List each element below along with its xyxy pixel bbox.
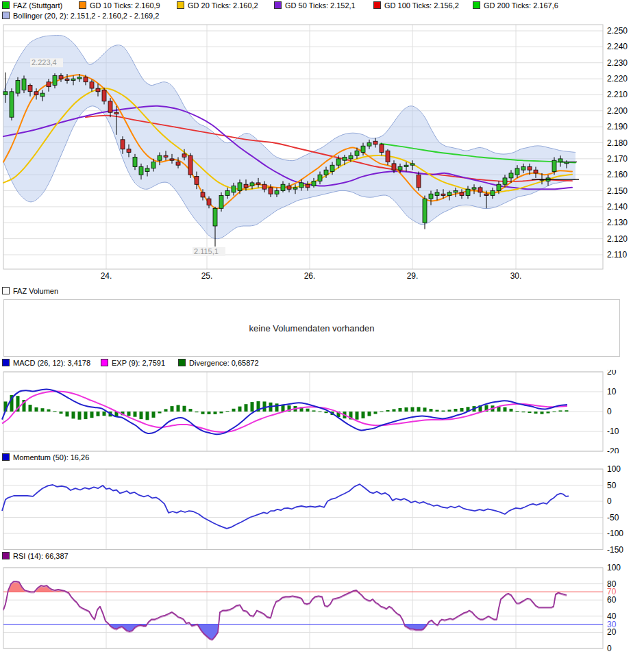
legend-label: FAZ (Stuttgart) <box>13 1 62 10</box>
legend-item-faz: FAZ (Stuttgart) <box>2 1 62 10</box>
legend-item-rsi: RSI (14): 66,387 <box>2 552 69 561</box>
svg-text:2.110: 2.110 <box>607 250 627 260</box>
legend-label: EXP (9): 2,7591 <box>112 359 165 367</box>
legend-item-gd10: GD 10 Ticks: 2.160,9 <box>79 1 160 10</box>
svg-text:-10: -10 <box>607 427 619 436</box>
volume-color-swatch <box>2 287 10 294</box>
rsi-color-swatch <box>2 552 10 559</box>
legend-item-divergence: Divergence: 0,65872 <box>178 359 259 368</box>
svg-text:-20: -20 <box>607 446 619 453</box>
faz-color-swatch <box>2 1 10 9</box>
macd-color-swatch <box>2 359 10 366</box>
svg-text:20: 20 <box>607 627 617 637</box>
bollinger-color-swatch <box>2 12 10 19</box>
legend-label: GD 10 Ticks: 2.160,9 <box>90 1 160 10</box>
gd10-color-swatch <box>79 1 86 9</box>
svg-text:-100: -100 <box>607 529 623 538</box>
svg-text:2.200: 2.200 <box>607 106 628 116</box>
legend-item-volume: FAZ Volumen <box>2 287 58 296</box>
legend-item-exp: EXP (9): 2,7591 <box>101 359 165 368</box>
svg-text:2.180: 2.180 <box>607 138 628 148</box>
legend-label: GD 20 Ticks: 2.160,2 <box>188 1 258 10</box>
gd50-color-swatch <box>274 1 282 9</box>
legend-item-gd100: GD 100 Ticks: 2.156,2 <box>373 1 459 10</box>
svg-text:20: 20 <box>607 370 617 377</box>
legend-label: MACD (26, 12): 3,4178 <box>13 359 90 367</box>
legend-label: GD 50 Ticks: 2.152,1 <box>285 1 356 10</box>
svg-text:-150: -150 <box>607 545 623 554</box>
svg-text:10: 10 <box>607 387 617 396</box>
legend-item-macd: MACD (26, 12): 3,4178 <box>2 359 90 368</box>
svg-text:2.220: 2.220 <box>607 74 628 84</box>
svg-text:2.250: 2.250 <box>607 26 628 36</box>
svg-text:2.223,4: 2.223,4 <box>32 58 57 66</box>
legend-item-gd200: GD 200 Ticks: 2.167,6 <box>473 1 558 10</box>
svg-text:24.: 24. <box>101 271 112 281</box>
svg-text:2.230: 2.230 <box>607 58 628 68</box>
svg-text:2.160: 2.160 <box>607 170 628 179</box>
legend-label: GD 100 Ticks: 2.156,2 <box>384 1 459 10</box>
legend-item-bollinger: Bollinger (20, 2): 2.151,2 - 2.160,2 - 2… <box>2 12 159 21</box>
svg-text:2.240: 2.240 <box>607 42 628 51</box>
svg-text:2.210: 2.210 <box>607 90 628 99</box>
svg-text:2.150: 2.150 <box>607 186 628 196</box>
svg-text:2.140: 2.140 <box>607 202 628 212</box>
price-chart: 2.2502.2402.2302.2202.2102.2002.1902.180… <box>0 23 644 286</box>
legend-label: Momentum (50): 16,26 <box>13 453 89 462</box>
svg-text:29.: 29. <box>407 271 419 281</box>
svg-text:2.190: 2.190 <box>607 122 628 131</box>
legend-item-momentum: Momentum (50): 16,26 <box>2 453 89 462</box>
svg-text:2.115,1: 2.115,1 <box>194 247 219 255</box>
svg-text:30.: 30. <box>510 271 522 281</box>
legend-item-gd50: GD 50 Ticks: 2.152,1 <box>274 1 356 10</box>
legend-item-gd20: GD 20 Ticks: 2.160,2 <box>177 1 258 10</box>
svg-text:0: 0 <box>607 644 612 653</box>
svg-text:25.: 25. <box>201 271 213 281</box>
svg-text:0: 0 <box>607 407 612 416</box>
legend-label: RSI (14): 66,387 <box>13 552 69 560</box>
exp-color-swatch <box>101 359 108 366</box>
volume-panel: keine Volumendaten vorhanden <box>3 299 620 357</box>
svg-text:26.: 26. <box>304 271 316 281</box>
macd-chart: 20100-10-20 <box>0 370 644 453</box>
gd20-color-swatch <box>177 1 184 9</box>
svg-text:100: 100 <box>607 563 621 572</box>
svg-text:-50: -50 <box>607 513 619 522</box>
svg-text:60: 60 <box>607 595 617 605</box>
legend-label: GD 200 Ticks: 2.167,6 <box>484 1 558 10</box>
momentum-chart: 100500-50-100-150 <box>0 464 644 553</box>
legend-label: Bollinger (20, 2): 2.151,2 - 2.160,2 - 2… <box>13 12 159 20</box>
momentum-color-swatch <box>2 453 10 461</box>
divergence-color-swatch <box>178 359 186 366</box>
legend-label: Divergence: 0,65872 <box>189 359 259 367</box>
svg-text:50: 50 <box>607 481 617 490</box>
svg-text:2.130: 2.130 <box>607 218 628 227</box>
no-volume-data-message: keine Volumendaten vorhanden <box>249 323 375 333</box>
gd200-color-swatch <box>473 1 480 9</box>
gd100-color-swatch <box>373 1 381 9</box>
svg-text:0: 0 <box>607 496 612 506</box>
svg-text:2.120: 2.120 <box>607 234 628 244</box>
legend-label: FAZ Volumen <box>13 287 58 295</box>
rsi-chart: 1008070604030200 <box>0 563 644 655</box>
svg-text:2.170: 2.170 <box>607 154 628 164</box>
svg-text:100: 100 <box>607 464 621 474</box>
